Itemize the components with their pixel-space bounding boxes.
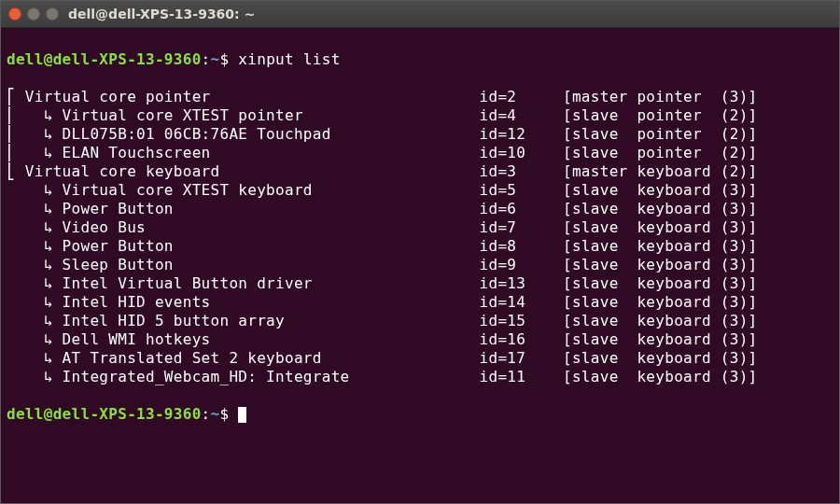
minimize-icon[interactable] (27, 7, 40, 21)
prompt-user: dell@dell-XPS-13-9360 (7, 405, 202, 423)
prompt-symbol: $ (219, 50, 238, 68)
prompt-colon: : (202, 50, 211, 68)
terminal-window: dell@dell-XPS-13-9360: ~ dell@dell-XPS-1… (0, 0, 840, 504)
output-line: ↳ Virtual core XTEST keyboard id=5 [slav… (7, 181, 833, 200)
output-line: ↳ Integrated_Webcam_HD: Integrate id=11 … (7, 368, 833, 386)
output-line: ⎡ Virtual core pointer id=2 [master poin… (7, 88, 833, 106)
terminal-body[interactable]: dell@dell-XPS-13-9360:~$ xinput list ⎡ V… (1, 28, 839, 503)
output-line: ↳ Intel HID 5 button array id=15 [slave … (7, 312, 833, 330)
output-line: ↳ Intel HID events id=14 [slave keyboard… (7, 293, 833, 312)
output-line: ↳ Video Bus id=7 [slave keyboard (3)] (7, 218, 833, 237)
window-title: dell@dell-XPS-13-9360: ~ (68, 5, 255, 23)
prompt-path: ~ (211, 50, 220, 68)
window-controls (8, 7, 59, 21)
cursor-icon (238, 407, 246, 423)
prompt-user: dell@dell-XPS-13-9360 (7, 50, 202, 68)
output-line: ⎜ ↳ DLL075B:01 06CB:76AE Touchpad id=12 … (7, 125, 833, 144)
prompt-path: ~ (211, 405, 220, 423)
output-line: ↳ Dell WMI hotkeys id=16 [slave keyboard… (7, 330, 833, 349)
close-icon[interactable] (8, 7, 21, 21)
prompt-colon: : (202, 405, 211, 423)
command-output: ⎡ Virtual core pointer id=2 [master poin… (7, 88, 833, 386)
output-line: ⎣ Virtual core keyboard id=3 [master key… (7, 162, 833, 181)
output-line: ↳ Power Button id=6 [slave keyboard (3)] (7, 200, 833, 218)
prompt-line-1: dell@dell-XPS-13-9360:~$ xinput list (7, 50, 833, 69)
prompt-line-2: dell@dell-XPS-13-9360:~$ (7, 405, 833, 424)
output-line: ↳ Power Button id=8 [slave keyboard (3)] (7, 237, 833, 256)
titlebar[interactable]: dell@dell-XPS-13-9360: ~ (1, 1, 839, 28)
maximize-icon[interactable] (46, 7, 59, 21)
output-line: ⎜ ↳ ELAN Touchscreen id=10 [slave pointe… (7, 144, 833, 162)
output-line: ↳ AT Translated Set 2 keyboard id=17 [sl… (7, 349, 833, 368)
command-text: xinput list (238, 50, 340, 68)
output-line: ↳ Intel Virtual Button driver id=13 [sla… (7, 274, 833, 293)
output-line: ↳ Sleep Button id=9 [slave keyboard (3)] (7, 256, 833, 274)
prompt-symbol: $ (219, 405, 238, 423)
output-line: ⎜ ↳ Virtual core XTEST pointer id=4 [sla… (7, 106, 833, 125)
